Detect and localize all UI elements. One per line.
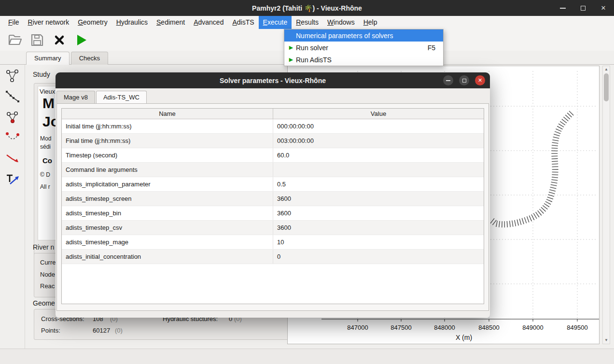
param-name-cell: adists_implicitation_parameter [62, 177, 273, 191]
menu-river-network[interactable]: River network [24, 16, 74, 29]
copyright-line: © D [40, 171, 50, 178]
table-row[interactable]: adists_timestep_screen 3600 [62, 192, 484, 206]
param-name-cell: adists_timestep_bin [62, 206, 273, 220]
param-name-cell: adists_timestep_screen [62, 192, 273, 206]
dialog-titlebar[interactable]: Solver parameters - Vieux-Rhône ✕ [56, 72, 490, 88]
profile-tool-button[interactable] [4, 88, 21, 105]
column-header-name: Name [62, 109, 273, 119]
close-x-icon [53, 34, 66, 46]
rights-line: All r [40, 183, 50, 190]
param-value-cell[interactable]: 000:00:00:00 [273, 119, 484, 133]
menu-item-label: Run AdisTS [296, 56, 332, 64]
table-header-row: Name Value [62, 109, 484, 119]
menu-windows[interactable]: Windows [323, 16, 359, 29]
river-network-section-label: River n [33, 243, 54, 251]
param-value-cell[interactable]: 0.5 [273, 177, 484, 191]
points-value: 60127 [93, 327, 110, 334]
menu-execute[interactable]: Execute [259, 16, 292, 29]
param-value-cell[interactable]: 3600 [273, 192, 484, 206]
table-row[interactable]: adists_implicitation_parameter 0.5 [62, 177, 484, 192]
table-row[interactable]: Initial time (jj:hh:mm:ss) 000:00:00:00 [62, 119, 484, 134]
table-row[interactable]: Timestep (second) 60.0 [62, 148, 484, 163]
menu-sediment[interactable]: Sediment [152, 16, 189, 29]
dialog-title: Solver parameters - Vieux-Rhône [220, 77, 326, 84]
x-tick-label: 848500 [478, 324, 499, 331]
play-icon: ▶ [287, 56, 295, 63]
open-folder-icon [8, 34, 22, 46]
menu-geometry[interactable]: Geometry [73, 16, 112, 29]
param-value-cell[interactable]: 10 [273, 235, 484, 249]
dialog-tabbar: Mage v8 Adis-TS_WC [56, 88, 490, 103]
column-header-value: Value [273, 109, 484, 119]
table-row[interactable]: adists_timestep_mage 10 [62, 235, 484, 250]
left-tool-rail [0, 65, 25, 349]
table-row[interactable]: adists_initial_concentration 0 [62, 250, 484, 264]
menu-item-run-solver[interactable]: ▶ Run solver F5 [284, 42, 443, 54]
table-row[interactable]: adists_timestep_bin 3600 [62, 206, 484, 221]
save-button[interactable] [29, 32, 45, 48]
tab-adis-ts-wc[interactable]: Adis-TS_WC [96, 91, 147, 104]
reach-label: Reac [40, 282, 55, 290]
node-label: Node [40, 271, 55, 278]
menu-hydraulics[interactable]: Hydraulics [112, 16, 152, 29]
dialog-close-icon[interactable]: ✕ [475, 75, 485, 85]
param-name-cell: adists_initial_concentration [62, 250, 273, 264]
menu-item-run-adists[interactable]: ▶ Run AdisTS [284, 54, 443, 66]
longitudinal-profile-icon [5, 89, 20, 104]
menu-advanced[interactable]: Advanced [189, 16, 228, 29]
param-value-cell[interactable]: 003:00:00:00 [273, 134, 484, 148]
table-body: Initial time (jj:hh:mm:ss) 000:00:00:00 … [62, 119, 484, 264]
window-title: Pamhyr2 (Tahiti 🌴) - Vieux-Rhône [252, 4, 362, 12]
t-blue-arrow-icon [5, 172, 20, 187]
run-button[interactable] [73, 32, 90, 48]
reach-tool-button[interactable] [4, 130, 21, 146]
nodes-tool-button[interactable] [4, 109, 21, 126]
close-icon[interactable]: ✕ [600, 4, 607, 12]
param-value-cell[interactable]: 60.0 [273, 148, 484, 162]
param-value-cell[interactable]: 3600 [273, 221, 484, 235]
app-window: Pamhyr2 (Tahiti 🌴) - Vieux-Rhône ✕ File … [0, 0, 614, 364]
table-row[interactable]: Command line arguments [62, 163, 484, 177]
open-button[interactable] [7, 32, 23, 48]
dialog-minimize-icon[interactable] [443, 75, 453, 85]
tab-checks[interactable]: Checks [71, 52, 108, 65]
close-project-button[interactable] [51, 32, 68, 48]
menu-help[interactable]: Help [359, 16, 382, 29]
window-controls: ✕ [559, 0, 607, 16]
dialog-maximize-icon[interactable] [459, 75, 469, 85]
x-tick-label: 849000 [522, 324, 543, 331]
menu-item-numerical-parameters[interactable]: Numerical parameters of solvers [284, 29, 443, 42]
execute-menu: Numerical parameters of solvers ▶ Run so… [284, 29, 444, 66]
tab-summary[interactable]: Summary [26, 52, 70, 65]
reach-path-icon [5, 131, 20, 145]
tab-mage-v8[interactable]: Mage v8 [56, 91, 95, 104]
network-tool-button[interactable] [4, 68, 21, 84]
param-value-cell[interactable]: 0 [273, 250, 484, 264]
river-path[interactable] [491, 113, 572, 224]
menu-item-label: Run solver [296, 44, 328, 52]
nodes-red-point-icon [5, 110, 20, 125]
menu-file[interactable]: File [4, 16, 24, 29]
titlebar[interactable]: Pamhyr2 (Tahiti 🌴) - Vieux-Rhône ✕ [0, 0, 614, 16]
param-name-cell: adists_timestep_csv [62, 221, 273, 235]
param-value-cell[interactable]: 3600 [273, 206, 484, 220]
table-row[interactable]: Final time (jj:hh:mm:ss) 003:00:00:00 [62, 134, 484, 148]
scrollbar-thumb[interactable] [604, 73, 609, 101]
menu-results[interactable]: Results [292, 16, 323, 29]
menu-item-label: Numerical parameters of solvers [296, 32, 393, 40]
menu-adists[interactable]: AdisTS [228, 16, 258, 29]
maximize-icon[interactable] [579, 4, 587, 12]
scroll-down-icon[interactable]: ▼ [603, 337, 610, 344]
dialog-window-controls: ✕ [443, 75, 485, 85]
current-label: Curre [40, 259, 56, 266]
vertical-scrollbar[interactable]: ▲ ▼ [602, 66, 610, 344]
scroll-up-icon[interactable]: ▲ [603, 66, 610, 73]
minimize-icon[interactable] [559, 4, 567, 12]
description-line1: Mod [40, 135, 51, 142]
param-value-cell[interactable] [273, 163, 484, 177]
param-name-cell: Command line arguments [62, 163, 273, 177]
transport-tool-button[interactable] [4, 171, 21, 188]
slope-tool-button[interactable] [4, 151, 21, 167]
table-row[interactable]: adists_timestep_csv 3600 [62, 221, 484, 235]
red-slope-arrow-icon [5, 152, 20, 166]
